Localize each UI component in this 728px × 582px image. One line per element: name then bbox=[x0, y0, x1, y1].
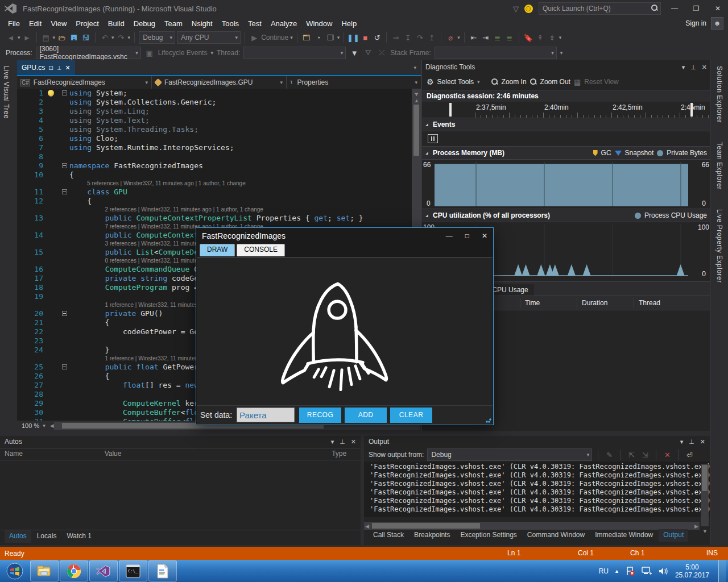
panel-tab-locals[interactable]: Locals bbox=[32, 530, 61, 543]
taskbar-explorer-button[interactable] bbox=[30, 560, 59, 581]
output-horizontal-scrollbar[interactable]: ◀ ▶ bbox=[364, 522, 700, 530]
lifecycle-events-dropdown[interactable]: ▾ bbox=[210, 50, 213, 56]
show-windows-icon[interactable]: ❒ bbox=[325, 32, 336, 43]
panel-tab-breakpoints[interactable]: Breakpoints bbox=[410, 529, 454, 542]
menu-item-debug[interactable]: Debug bbox=[129, 18, 160, 29]
prev-message-icon[interactable]: ⇱ bbox=[626, 450, 636, 460]
sidebar-tab-live-property-explorer[interactable]: Live Property Explorer bbox=[713, 203, 726, 289]
menu-item-nsight[interactable]: Nsight bbox=[187, 18, 217, 29]
reset-view-button[interactable]: Reset View bbox=[584, 78, 618, 86]
bookmark-dropdown[interactable]: ▾ bbox=[559, 35, 562, 40]
code-line[interactable]: 13 public ComputeContextPropertyList Pro… bbox=[17, 214, 412, 223]
panel-menu-icon[interactable]: ▾ bbox=[331, 438, 334, 446]
navigate-forward-icon[interactable]: ► bbox=[22, 32, 32, 43]
codelens-indicator[interactable]: 2 references | Winster332, 11 minutes ag… bbox=[17, 206, 412, 214]
thread-combobox[interactable]: ▾ bbox=[243, 47, 346, 59]
editor-zoom-combobox[interactable]: 100 % ▾ bbox=[17, 422, 50, 429]
action-center-flag-icon[interactable] bbox=[625, 566, 635, 576]
network-icon[interactable] bbox=[641, 566, 652, 576]
continue-label[interactable]: Continue bbox=[261, 34, 288, 41]
zoom-in-button[interactable]: Zoom In bbox=[502, 78, 527, 86]
column-header-value[interactable]: Value bbox=[100, 448, 328, 460]
step-over-icon[interactable]: ↷ bbox=[415, 32, 425, 43]
clear-button[interactable]: CLEAR bbox=[390, 408, 432, 423]
feedback-filter-icon[interactable]: ▽ bbox=[513, 5, 519, 13]
next-bookmark-icon[interactable]: ⇟ bbox=[547, 32, 557, 43]
column-header-name[interactable]: Name bbox=[0, 448, 100, 460]
new-file-icon[interactable]: ▤ bbox=[41, 32, 51, 43]
undo-icon[interactable]: ↶ bbox=[100, 32, 110, 43]
lightbulb-icon[interactable] bbox=[48, 90, 54, 96]
column-header-type[interactable]: Type bbox=[327, 448, 361, 460]
code-line[interactable]: 8 bbox=[17, 152, 412, 161]
next-message-icon[interactable]: ⇲ bbox=[640, 450, 650, 460]
panel-menu-icon[interactable]: ▾ bbox=[682, 64, 685, 71]
toggle-flagged-icon[interactable]: ⤫ bbox=[377, 48, 387, 58]
open-file-icon[interactable]: 🗁 bbox=[57, 32, 67, 43]
add-button[interactable]: ADD bbox=[345, 408, 387, 423]
procbar-overflow-dropdown[interactable]: ▾ bbox=[560, 50, 563, 56]
pin-icon[interactable]: ⊥ bbox=[690, 64, 696, 71]
scroll-up-icon[interactable]: ▲ bbox=[414, 98, 419, 103]
menu-item-team[interactable]: Team bbox=[160, 18, 187, 29]
events-section-header[interactable]: Events bbox=[422, 118, 710, 131]
feedback-smiley-icon[interactable] bbox=[524, 5, 533, 13]
taskbar-command-prompt-button[interactable]: C:\_ bbox=[119, 560, 147, 581]
goto-source-icon[interactable]: ✎ bbox=[604, 450, 614, 460]
menu-item-test[interactable]: Test bbox=[243, 18, 266, 29]
step-out-icon[interactable]: ↥ bbox=[427, 32, 437, 43]
diagnostics-timeline[interactable]: 2:37,5min2:40min2:42,5min2:45min bbox=[422, 102, 710, 118]
taskbar-visual-studio-button[interactable] bbox=[89, 560, 118, 581]
app-tab-console[interactable]: CONSOLE bbox=[237, 244, 285, 256]
save-all-icon[interactable]: 🖫 bbox=[81, 32, 91, 43]
show-desktop-button[interactable] bbox=[718, 560, 726, 582]
fold-collapse-icon[interactable] bbox=[62, 90, 67, 95]
code-line[interactable]: 5using System.Threading.Tasks; bbox=[17, 125, 412, 134]
avatar-icon[interactable]: ☻ bbox=[711, 17, 723, 30]
close-button[interactable]: ✕ bbox=[710, 2, 726, 15]
panel-tab-command-window[interactable]: Command Window bbox=[523, 529, 589, 542]
editor-vscroll-thumb[interactable] bbox=[413, 105, 419, 156]
output-source-combobox[interactable]: Debug▾ bbox=[427, 448, 592, 461]
bookmark-icon[interactable]: 🔖 bbox=[523, 32, 533, 43]
column-header-thread[interactable]: Thread bbox=[634, 298, 696, 308]
restore-button[interactable]: ❐ bbox=[688, 2, 704, 15]
document-list-dropdown[interactable]: ▾ bbox=[413, 65, 421, 70]
word-wrap-icon[interactable]: ⏎ bbox=[684, 450, 694, 460]
select-tools-button[interactable]: Select Tools bbox=[437, 78, 474, 86]
document-tab-gpu-cs[interactable]: GPU.cs ⊡ ⊥ ✕ bbox=[17, 60, 75, 75]
show-next-statement-icon[interactable]: ⇒ bbox=[391, 32, 401, 43]
language-indicator[interactable]: RU bbox=[599, 567, 609, 575]
navigate-forward-code-icon[interactable]: ⇥ bbox=[481, 32, 491, 43]
breakpoints-dropdown[interactable]: ▾ bbox=[457, 35, 460, 40]
start-button[interactable] bbox=[0, 560, 30, 582]
fold-collapse-icon[interactable] bbox=[62, 311, 67, 316]
unflag-threads-icon[interactable]: ⛛ bbox=[363, 48, 373, 58]
navigate-backward-code-icon[interactable]: ⇤ bbox=[469, 32, 479, 43]
close-icon[interactable]: ✕ bbox=[700, 438, 705, 446]
redo-dropdown[interactable]: ▾ bbox=[128, 35, 131, 40]
code-line[interactable]: 10{ bbox=[17, 171, 412, 180]
output-log[interactable]: 'FastRecognizedImages.vshost.exe' (CLR v… bbox=[364, 462, 710, 517]
pin-icon[interactable]: ⊥ bbox=[340, 438, 345, 446]
panel-tab-immediate-window[interactable]: Immediate Window bbox=[590, 529, 657, 542]
app-minimize-button[interactable]: — bbox=[446, 232, 453, 240]
timeline-range-marker[interactable] bbox=[449, 103, 452, 117]
code-line[interactable]: 6using Cloo; bbox=[17, 134, 412, 143]
column-header-time[interactable]: Time bbox=[520, 298, 577, 308]
pin-icon[interactable]: ⊥ bbox=[689, 438, 694, 446]
scroll-left-icon[interactable]: ◀ bbox=[365, 523, 369, 529]
undo-dropdown[interactable]: ▾ bbox=[111, 35, 114, 40]
continue-dropdown[interactable]: ▾ bbox=[290, 35, 293, 40]
fold-collapse-icon[interactable] bbox=[62, 163, 67, 168]
menu-item-file[interactable]: File bbox=[3, 18, 24, 29]
code-line[interactable]: 9namespace FastRecognizedImages bbox=[17, 161, 412, 171]
panel-tab-call-stack[interactable]: Call Stack bbox=[369, 529, 408, 542]
process-combobox[interactable]: [3060] FastRecognizedImages.vshc▾ bbox=[36, 47, 141, 59]
output-titlebar[interactable]: Output ▾ ⊥ ✕ bbox=[364, 435, 710, 448]
zoom-out-button[interactable]: Zoom Out bbox=[540, 78, 570, 86]
codelens-indicator[interactable]: 5 references | Winster332, 11 minutes ag… bbox=[17, 180, 412, 188]
scroll-right-icon[interactable]: ▶ bbox=[694, 523, 698, 529]
breadcrumb-project[interactable]: C# FastRecognizedImages ▾ bbox=[17, 76, 152, 89]
autos-titlebar[interactable]: Autos ▾ ⊥ ✕ bbox=[0, 435, 361, 448]
